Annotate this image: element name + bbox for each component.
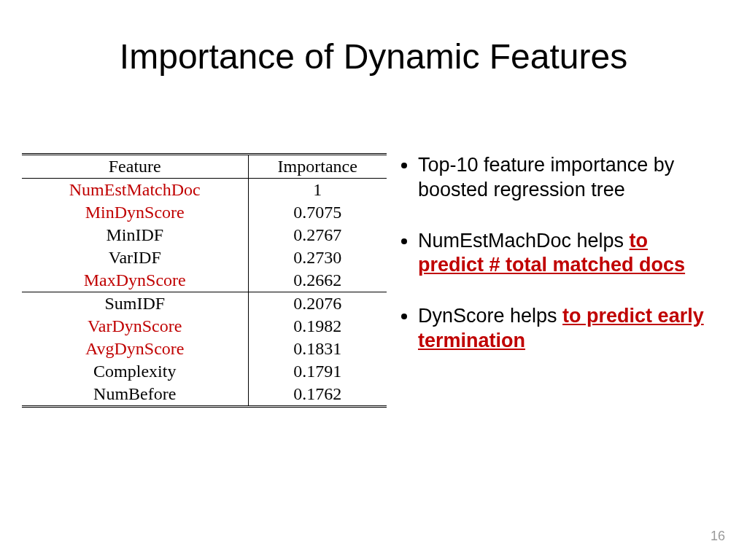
table-row: MaxDynScore 0.2662 [22,269,387,292]
table-row: SumIDF 0.2076 [22,292,387,316]
col-header-feature: Feature [22,155,248,179]
cell-feature: MaxDynScore [22,269,248,292]
table-row: VarDynScore 0.1982 [22,315,387,338]
table-row: Complexity 0.1791 [22,360,387,383]
cell-importance: 0.1791 [248,360,387,383]
list-item: NumEstMachDoc helps to predict # total m… [418,229,719,279]
feature-table: Feature Importance NumEstMatchDoc 1 MinD… [22,153,387,408]
cell-importance: 0.2662 [248,269,387,292]
cell-feature: NumBefore [22,383,248,407]
table-row: NumEstMatchDoc 1 [22,179,387,202]
table-header-row: Feature Importance [22,155,387,179]
cell-feature: MinIDF [22,224,248,246]
cell-feature: AvgDynScore [22,338,248,360]
cell-feature: MinDynScore [22,201,248,224]
slide-title: Importance of Dynamic Features [0,36,747,77]
cell-importance: 0.2076 [248,292,387,316]
page-number: 16 [711,529,725,544]
cell-feature: Complexity [22,360,248,383]
table-row: MinDynScore 0.7075 [22,201,387,224]
cell-feature: VarIDF [22,246,248,269]
cell-feature: VarDynScore [22,315,248,338]
bullet-text: NumEstMachDoc helps [418,230,630,252]
table-row: MinIDF 0.2767 [22,224,387,246]
bullet-text: Top-10 feature importance by boosted reg… [418,154,674,201]
table-row: NumBefore 0.1762 [22,383,387,407]
col-header-importance: Importance [248,155,387,179]
cell-importance: 0.1831 [248,338,387,360]
feature-importance-table: Feature Importance NumEstMatchDoc 1 MinD… [22,153,387,408]
slide: Importance of Dynamic Features Feature I… [0,0,747,560]
cell-feature: SumIDF [22,292,248,316]
cell-importance: 0.2730 [248,246,387,269]
cell-importance: 0.2767 [248,224,387,246]
bullet-list: Top-10 feature importance by boosted reg… [398,153,719,380]
table-row: VarIDF 0.2730 [22,246,387,269]
cell-importance: 0.1762 [248,383,387,407]
cell-feature: NumEstMatchDoc [22,179,248,202]
bullet-text: DynScore helps [418,305,562,327]
list-item: Top-10 feature importance by boosted reg… [418,153,719,203]
cell-importance: 1 [248,179,387,202]
table-row: AvgDynScore 0.1831 [22,338,387,360]
list-item: DynScore helps to predict early terminat… [418,304,719,354]
cell-importance: 0.1982 [248,315,387,338]
cell-importance: 0.7075 [248,201,387,224]
